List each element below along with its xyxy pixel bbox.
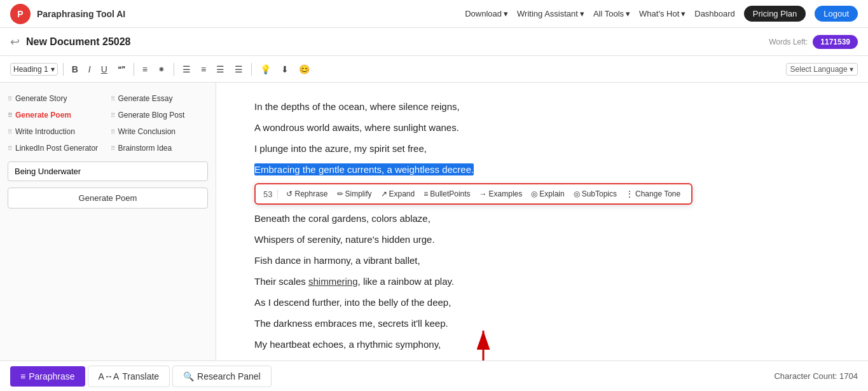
inline-toolbar: 53 ↺ Rephrase ✏ Simplify ↗ Expand ≡ Bull… (254, 183, 692, 205)
bullet-points-button[interactable]: ≡ BulletPoints (420, 188, 473, 200)
grid-icon: ⠿ (8, 145, 12, 152)
translate-icon: A↔A (99, 371, 120, 381)
simplify-button[interactable]: ✏ Simplify (334, 188, 375, 200)
highlight-button[interactable]: 💡 (257, 63, 274, 76)
align-left-button[interactable]: ☰ (179, 63, 194, 76)
logout-button[interactable]: Logout (815, 6, 858, 22)
quote-button[interactable]: ❝❞ (114, 64, 128, 75)
doc-bar-left: ↩ New Document 25028 (10, 35, 131, 49)
nav-right: Download ▾ Writing Assistant ▾ All Tools… (465, 6, 858, 22)
align-right-button[interactable]: ☰ (213, 63, 228, 76)
grid-icon: ⠿ (111, 128, 115, 135)
download-nav[interactable]: Download ▾ (465, 9, 508, 18)
pricing-button[interactable]: Pricing Plan (744, 6, 806, 22)
chevron-down-icon: ▾ (681, 9, 685, 18)
editor-toolbar: Heading 1 ▾ B I U ❝❞ ≡ ⁕ ☰ ≡ ☰ ☰ 💡 ⬇ 😊 S… (0, 56, 868, 83)
italic-button[interactable]: I (85, 63, 94, 76)
sidebar-item-label: Generate Blog Post (118, 111, 185, 120)
toolbar-separator (251, 63, 252, 76)
char-count-label: Character Count: 1704 (774, 371, 858, 381)
align-center-button[interactable]: ≡ (198, 63, 209, 76)
words-left-container: Words Left: 1171539 (769, 35, 858, 49)
sidebar-item-write-conclusion[interactable]: ⠿ Write Conclusion (111, 126, 209, 137)
editor-line: I plunge into the azure, my spirit set f… (254, 140, 830, 157)
grid-icon: ⠿ (8, 95, 12, 102)
unordered-list-button[interactable]: ⁕ (155, 63, 169, 76)
subtopics-button[interactable]: ◎ SubTopics (570, 188, 620, 200)
research-panel-button[interactable]: 🔍 Research Panel (172, 366, 272, 387)
toolbar-separator (63, 63, 64, 76)
sidebar-item-label: Write Conclusion (118, 127, 176, 136)
toolbar-separator (134, 63, 134, 76)
paraphrase-icon: ≡ (20, 371, 25, 381)
editor-line: Beneath the coral gardens, colors ablaze… (254, 210, 830, 227)
examples-icon: → (479, 189, 487, 198)
explain-button[interactable]: ◎ Explain (528, 188, 567, 200)
subtopics-icon: ◎ (574, 189, 580, 198)
language-select[interactable]: Select Language ▾ (786, 63, 858, 76)
writing-assistant-nav[interactable]: Writing Assistant ▾ (517, 9, 584, 18)
generate-poem-button[interactable]: Generate Poem (8, 188, 208, 209)
expand-button[interactable]: ↗ Expand (378, 188, 418, 200)
editor-line: As I descend further, into the belly of … (254, 294, 830, 311)
sidebar-item-brainstorm[interactable]: ⠿ Brainstorm Idea (111, 142, 209, 154)
grid-icon: ⠿ (111, 145, 115, 152)
nav-left: P Paraphrasing Tool AI (10, 4, 125, 24)
bottom-bar-left: ≡ Paraphrase A↔A Translate 🔍 Research Pa… (10, 366, 272, 387)
editor-selected-line: Embracing the gentle currents, a weightl… (254, 161, 830, 178)
whats-hot-nav[interactable]: What's Hot ▾ (639, 9, 685, 18)
sidebar-item-label: Generate Poem (15, 111, 71, 120)
translate-button[interactable]: A↔A Translate (88, 366, 170, 387)
doc-title: New Document 25028 (26, 36, 131, 48)
chevron-down-icon: ▾ (51, 65, 55, 74)
dashboard-nav[interactable]: Dashboard (694, 9, 735, 18)
bullet-icon: ≡ (424, 189, 428, 198)
chevron-down-icon: ▾ (580, 9, 584, 18)
editor-area[interactable]: In the depths of the ocean, where silenc… (216, 83, 868, 360)
paraphrase-button[interactable]: ≡ Paraphrase (10, 366, 85, 387)
main-area: ⠿ Generate Story ⠿ Generate Essay ⠿ Gene… (0, 83, 868, 360)
underline-button[interactable]: U (98, 63, 111, 76)
bottom-bar: ≡ Paraphrase A↔A Translate 🔍 Research Pa… (0, 360, 868, 391)
explain-icon: ◎ (531, 189, 537, 198)
sidebar-item-label: Brainstorm Idea (118, 144, 172, 153)
sidebar-item-write-intro[interactable]: ⠿ Write Introduction (8, 126, 106, 137)
editor-line: My heartbeat echoes, a rhythmic symphony… (254, 336, 830, 353)
justify-button[interactable]: ☰ (231, 63, 246, 76)
heading-select[interactable]: Heading 1 ▾ (10, 63, 58, 76)
rephrase-button[interactable]: ↺ Rephrase (283, 188, 331, 200)
ordered-list-button[interactable]: ≡ (139, 63, 151, 76)
chevron-down-icon: ▾ (626, 9, 630, 18)
poem-topic-input[interactable] (8, 161, 208, 181)
sidebar-item-generate-story[interactable]: ⠿ Generate Story (8, 93, 106, 104)
logo: P (10, 4, 31, 24)
sidebar-item-label: Generate Essay (118, 94, 173, 103)
emoji-button[interactable]: 😊 (296, 63, 313, 76)
examples-button[interactable]: → Examples (476, 188, 526, 200)
sidebar-item-generate-poem[interactable]: ⠿ Generate Poem (8, 109, 106, 121)
chevron-down-icon: ▾ (850, 65, 853, 74)
search-icon: 🔍 (183, 371, 194, 381)
editor-line: In the depths of the ocean, where silenc… (254, 98, 830, 115)
grid-icon: ⠿ (111, 95, 115, 102)
shimmering-link[interactable]: shimmering (308, 276, 358, 287)
sidebar-item-generate-blog[interactable]: ⠿ Generate Blog Post (111, 109, 209, 121)
editor-line: Fish dance in harmony, a vibrant ballet, (254, 252, 830, 269)
grid-icon: ⠿ (8, 112, 12, 119)
simplify-icon: ✏ (337, 189, 343, 198)
sidebar-item-label: LinkedIn Post Generator (15, 144, 98, 153)
change-tone-icon: ⋮ (626, 189, 633, 198)
sidebar-item-label: Write Introduction (15, 127, 75, 136)
sidebar-item-generate-essay[interactable]: ⠿ Generate Essay (111, 93, 209, 104)
chevron-down-icon: ▾ (504, 9, 508, 18)
inline-char-count: 53 (263, 189, 278, 199)
editor-line: The darkness embraces me, secrets it'll … (254, 315, 830, 332)
change-tone-button[interactable]: ⋮ Change Tone (623, 188, 684, 200)
toolbar-separator (174, 63, 174, 76)
all-tools-nav[interactable]: All Tools ▾ (593, 9, 630, 18)
sidebar-item-linkedin[interactable]: ⠿ LinkedIn Post Generator (8, 142, 106, 154)
editor-line: Their scales shimmering, like a rainbow … (254, 273, 830, 290)
selected-text: Embracing the gentle currents, a weightl… (254, 163, 474, 175)
bold-button[interactable]: B (69, 63, 81, 76)
download-button[interactable]: ⬇ (278, 63, 292, 76)
